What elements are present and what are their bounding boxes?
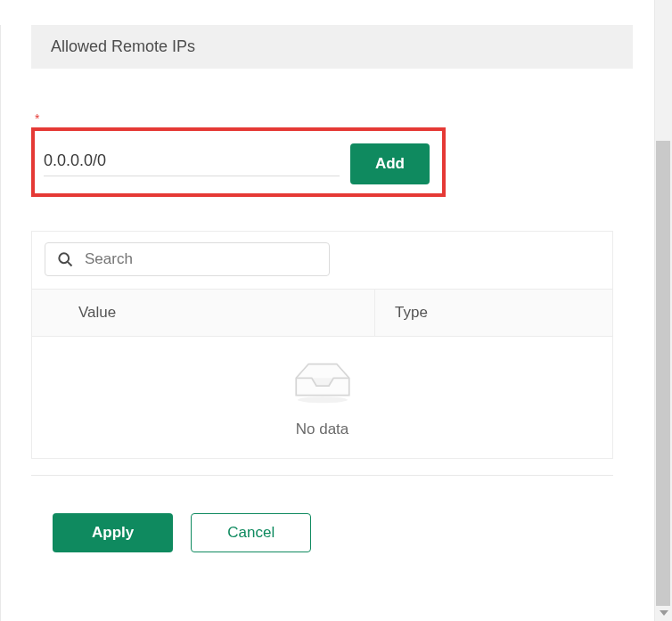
scrollbar-track[interactable] <box>654 0 672 621</box>
ip-entry-section: * Add <box>31 111 446 197</box>
data-panel: Value Type No data <box>31 231 613 459</box>
svg-line-1 <box>68 262 72 266</box>
actions-row: Apply Cancel <box>31 475 613 552</box>
ip-input[interactable] <box>44 151 340 170</box>
search-input[interactable] <box>85 250 318 268</box>
section-header: Allowed Remote IPs <box>31 25 633 69</box>
scrollbar-thumb[interactable] <box>656 141 670 606</box>
column-header-type[interactable]: Type <box>375 290 612 336</box>
search-box[interactable] <box>45 242 330 276</box>
svg-point-2 <box>298 396 348 403</box>
search-row <box>32 232 612 289</box>
apply-button[interactable]: Apply <box>53 513 173 552</box>
ip-input-wrap <box>44 151 340 176</box>
empty-state: No data <box>32 337 612 458</box>
cancel-button[interactable]: Cancel <box>191 513 311 552</box>
search-icon <box>56 250 74 268</box>
column-header-value[interactable]: Value <box>32 290 375 336</box>
required-asterisk: * <box>35 111 446 126</box>
add-button[interactable]: Add <box>350 143 430 184</box>
svg-point-0 <box>59 253 69 263</box>
no-data-label: No data <box>32 421 612 438</box>
table-header: Value Type <box>32 289 612 337</box>
scroll-down-icon[interactable] <box>660 610 668 616</box>
inbox-icon <box>285 355 360 408</box>
ip-entry-highlight: Add <box>31 127 446 197</box>
